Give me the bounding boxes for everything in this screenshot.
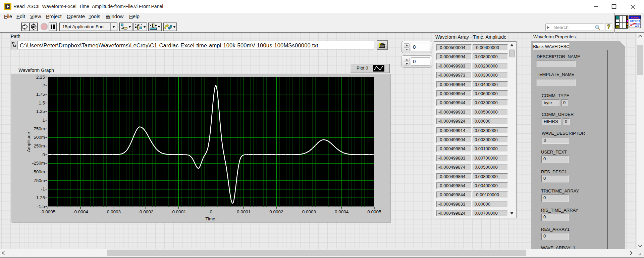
svg-text:TAMEQ: TAMEQ (631, 16, 639, 19)
svg-text:13: 13 (8, 7, 11, 10)
svg-text:WF: WF (635, 25, 639, 28)
